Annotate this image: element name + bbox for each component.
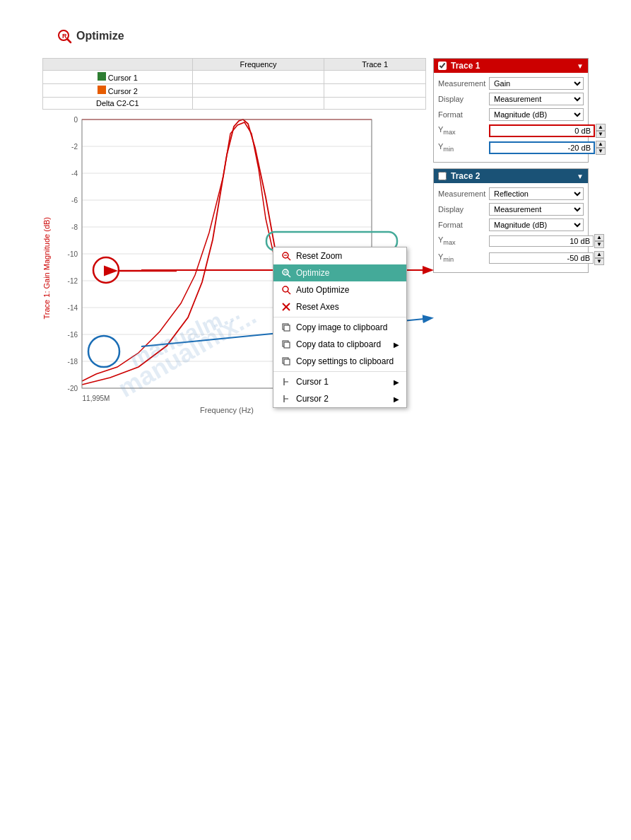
trace2-measurement-select[interactable]: Reflection <box>489 187 584 200</box>
optimize-label: Optimize <box>296 268 329 278</box>
col-header-frequency: Frequency <box>192 59 324 71</box>
trace1-ymax-input[interactable] <box>489 124 595 137</box>
trace2-ymin-label: Ymin <box>438 252 486 263</box>
auto-optimize-icon <box>281 284 292 296</box>
svg-text:-16: -16 <box>68 331 78 339</box>
cursor2-label: Cursor 2 <box>43 84 193 98</box>
trace2-checkbox[interactable] <box>438 172 447 180</box>
auto-optimize-item[interactable]: Auto Optimize <box>273 281 406 298</box>
svg-text:-18: -18 <box>68 358 78 366</box>
cursor1-color <box>98 72 106 81</box>
header-area: R Optimize <box>14 14 617 51</box>
reset-axes-item[interactable]: Reset Axes <box>273 298 406 315</box>
trace1-ymax-label: Ymax <box>438 125 486 136</box>
trace1-measurement-select[interactable]: Gain <box>489 77 584 90</box>
trace2-ymin-input[interactable] <box>489 252 594 264</box>
menu-sep1 <box>273 317 406 317</box>
svg-text:-6: -6 <box>71 197 78 204</box>
menu-sep2 <box>273 371 406 372</box>
trace1-ymax-down[interactable]: ▼ <box>596 131 606 138</box>
trace1-display-label: Display <box>438 95 486 103</box>
cursor1-item[interactable]: Cursor 1 ▶ <box>273 373 406 390</box>
trace1-ymin-up[interactable]: ▲ <box>596 141 606 148</box>
svg-text:-2: -2 <box>71 143 78 151</box>
right-panel: Trace 1 ▼ Measurement Gain Display Measu… <box>433 58 589 424</box>
svg-text:-12: -12 <box>68 277 78 285</box>
svg-text:11,995M: 11,995M <box>83 395 110 402</box>
trace1-format-select[interactable]: Magnitude (dB) <box>489 108 584 121</box>
trace1-checkbox[interactable] <box>438 62 447 70</box>
delta-label: Delta C2-C1 <box>43 98 193 110</box>
cursor2-row: Cursor 2 <box>43 84 426 98</box>
y-axis-label: Trace 1: Gain Magnitude (dB) <box>42 217 51 320</box>
trace2-display-select[interactable]: Measurement <box>489 203 584 216</box>
cursor1-trace1 <box>324 71 426 84</box>
svg-line-36 <box>288 274 290 277</box>
trace1-body: Measurement Gain Display Measurement For… <box>434 73 588 162</box>
copy-settings-label: Copy settings to clipboard <box>296 356 394 366</box>
trace1-chevron[interactable]: ▼ <box>577 62 584 70</box>
trace1-format-row: Format Magnitude (dB) <box>438 108 584 121</box>
copy-data-icon <box>281 339 292 350</box>
copy-data-arrow: ▶ <box>394 341 399 349</box>
trace2-header: Trace 2 ▼ <box>434 169 588 183</box>
copy-settings-item[interactable]: Copy settings to clipboard <box>273 353 406 370</box>
svg-text:R: R <box>284 270 288 275</box>
trace1-ymin-input[interactable] <box>489 141 595 154</box>
trace2-ymin-container: ▲ ▼ <box>489 251 604 265</box>
svg-rect-47 <box>284 359 290 365</box>
trace1-display-select[interactable]: Measurement <box>489 93 584 105</box>
trace2-ymax-up[interactable]: ▲ <box>594 234 604 241</box>
trace2-format-select[interactable]: Magnitude (dB) <box>489 218 584 231</box>
chart-svg-container: 0 -2 -4 -6 -8 -10 -12 -14 -16 -18 -20 <box>54 112 426 424</box>
cursor1-menu-label: Cursor 1 <box>296 377 329 387</box>
trace2-title: Trace 2 <box>451 171 480 181</box>
trace1-format-label: Format <box>438 110 486 119</box>
trace1-ymax-up[interactable]: ▲ <box>596 124 606 131</box>
trace2-chevron[interactable]: ▼ <box>577 173 584 180</box>
cursor2-menu-icon <box>281 393 292 404</box>
cursor2-arrow: ▶ <box>394 395 399 403</box>
trace2-ymin-up[interactable]: ▲ <box>594 251 604 258</box>
trace2-ymax-spinners: ▲ ▼ <box>594 234 604 248</box>
trace2-ymin-down[interactable]: ▼ <box>594 258 604 265</box>
delta-trace1 <box>324 98 426 110</box>
cursor2-item[interactable]: Cursor 2 ▶ <box>273 390 406 407</box>
trace2-ymax-container: ▲ ▼ <box>489 234 604 248</box>
optimize-item[interactable]: R Optimize <box>273 264 406 281</box>
trace1-ymax-row: Ymax ▲ ▼ <box>438 124 584 138</box>
cursor1-menu-icon <box>281 376 292 387</box>
copy-image-icon <box>281 322 292 333</box>
auto-optimize-label: Auto Optimize <box>296 285 349 295</box>
svg-text:-20: -20 <box>68 385 78 392</box>
chart-panel: Frequency Trace 1 Cursor 1 <box>42 58 426 424</box>
reset-axes-label: Reset Axes <box>296 302 339 312</box>
svg-line-39 <box>288 291 290 294</box>
page-container: R Optimize Frequency Trace 1 <box>0 0 631 840</box>
svg-text:R: R <box>62 33 67 40</box>
trace1-title: Trace 1 <box>451 61 480 71</box>
copy-image-label: Copy image to clipboard <box>296 322 387 332</box>
page-title: Optimize <box>76 30 124 42</box>
reset-zoom-item[interactable]: Reset Zoom <box>273 247 406 264</box>
trace1-measurement-row: Measurement Gain <box>438 77 584 90</box>
trace1-ymin-down[interactable]: ▼ <box>596 148 606 155</box>
trace2-body: Measurement Reflection Display Measureme… <box>434 183 588 272</box>
copy-data-item[interactable]: Copy data to clipboard ▶ <box>273 336 406 353</box>
cursor2-menu-label: Cursor 2 <box>296 394 329 404</box>
main-layout: Frequency Trace 1 Cursor 1 <box>14 58 617 424</box>
col-header-label <box>43 59 193 71</box>
trace1-measurement-label: Measurement <box>438 79 486 88</box>
copy-settings-icon <box>281 356 292 367</box>
trace1-ymax-container: ▲ ▼ <box>489 124 606 138</box>
trace1-ymax-spinners: ▲ ▼ <box>596 124 606 138</box>
cursor1-arrow: ▶ <box>394 378 399 386</box>
reset-zoom-label: Reset Zoom <box>296 251 342 261</box>
svg-point-38 <box>283 286 288 292</box>
trace2-format-label: Format <box>438 221 486 229</box>
trace2-ymax-input[interactable] <box>489 235 594 247</box>
copy-image-item[interactable]: Copy image to clipboard <box>273 319 406 336</box>
trace2-panel: Trace 2 ▼ Measurement Reflection Display… <box>433 168 589 273</box>
reset-axes-icon <box>281 301 292 313</box>
trace2-ymax-down[interactable]: ▼ <box>594 241 604 248</box>
